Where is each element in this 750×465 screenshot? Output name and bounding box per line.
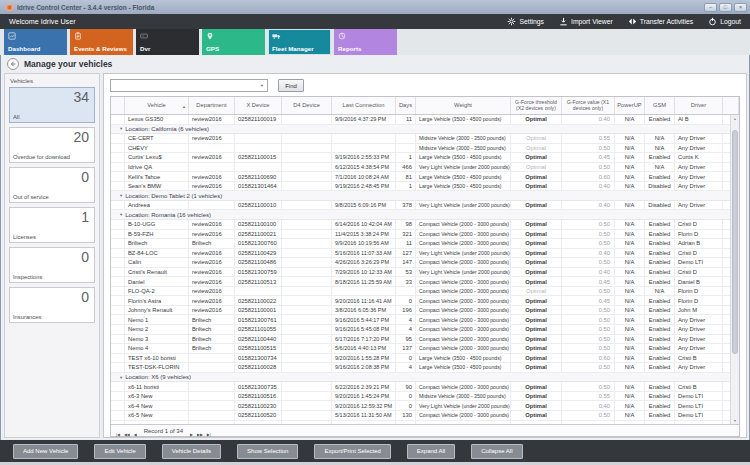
table-row[interactable]: Calinreview20160258211004864/26/2016 3:2… xyxy=(111,258,739,268)
column-header-indicator[interactable] xyxy=(111,97,125,114)
table-row[interactable]: Andreea0258211000109/8/2015 6:09:16 PM37… xyxy=(111,201,739,211)
minimize-button[interactable]: – xyxy=(704,3,717,12)
expand-all-button[interactable]: Expand All xyxy=(407,444,455,459)
transfer-activities-button[interactable]: Transfer Activities xyxy=(628,17,693,26)
scrollbar-thumb[interactable] xyxy=(732,130,738,354)
maximize-button[interactable]: □ xyxy=(719,3,732,12)
cell-powerup xyxy=(615,421,645,425)
filter-card-insurances[interactable]: 0Insurances xyxy=(9,287,95,323)
column-header-powerup[interactable]: PowerUP xyxy=(615,97,645,114)
group-row[interactable]: ▾Location: California (6 vehicles) xyxy=(111,125,739,135)
table-row[interactable]: Cristi's Renaultreview20160158213007597/… xyxy=(111,268,739,278)
column-header-days[interactable]: Days xyxy=(396,97,416,114)
cell-vehicle: Florin's Astra xyxy=(125,296,189,306)
table-row[interactable]: x6-5 New0258211005205/13/2016 11:31:50 A… xyxy=(111,411,739,421)
cell-weight: Compact Vehicle (2000 - 3000 pounds) xyxy=(416,258,511,268)
search-combobox[interactable]: ▾ xyxy=(110,79,268,92)
filter-card-all[interactable]: 34All xyxy=(9,87,95,123)
find-button[interactable]: Find xyxy=(278,79,304,92)
table-row[interactable]: Nemo 3Briltech0258211004406/17/2016 7:17… xyxy=(111,335,739,345)
table-row[interactable]: x6-3 New0258211005169/20/2016 1:45:24 PM… xyxy=(111,392,739,402)
table-row[interactable]: BriltechBriltech0158213007609/9/2016 10:… xyxy=(111,239,739,249)
cell-days: 466 xyxy=(396,163,416,173)
filter-card-licenses[interactable]: 1Licenses xyxy=(9,207,95,243)
column-header-last_connection[interactable]: Last Connection xyxy=(332,97,396,114)
next-record-button[interactable]: ▶ xyxy=(188,433,195,437)
show-selection-button[interactable]: Show Selection xyxy=(237,444,298,459)
tab-dvr[interactable]: Dvr xyxy=(136,29,199,55)
filter-card-inspections[interactable]: 0Inspections xyxy=(9,247,95,283)
column-header-d4_device[interactable]: D4 Device xyxy=(282,97,332,114)
column-header-vehicle[interactable]: Vehicle▲ xyxy=(125,97,189,114)
tab-fleet-manager[interactable]: Fleet Manager xyxy=(268,29,331,55)
close-button[interactable]: × xyxy=(734,3,747,12)
table-row[interactable]: x6-11 boristi0158213007356/22/2016 2:39:… xyxy=(111,382,739,392)
export-print-selected-button[interactable]: Export/Print Selected xyxy=(314,444,390,459)
table-row[interactable]: B-10-UGGreview20160258211001006/14/2016 … xyxy=(111,220,739,230)
tab-dashboard[interactable]: Dashboard xyxy=(4,29,67,55)
vertical-scrollbar[interactable]: ▲ ▼ xyxy=(730,115,739,424)
back-button[interactable] xyxy=(7,58,19,70)
column-header-filler[interactable] xyxy=(723,97,739,114)
column-header-weight[interactable]: Weight xyxy=(416,97,511,114)
cell-days: 137 xyxy=(396,344,416,354)
group-row[interactable]: ▾Location: X6 (9 vehicles) xyxy=(111,373,739,383)
cell-days: 95 xyxy=(396,335,416,345)
group-row[interactable]: ▾Location: Demo Tablet 2 (1 vehicles) xyxy=(111,191,739,201)
column-label: Days xyxy=(399,102,412,108)
table-row[interactable]: Johnny's Renaultreview20160258211000013/… xyxy=(111,306,739,316)
cell-vehicle: Nemo 4 xyxy=(125,344,189,354)
collapse-all-button[interactable]: Collapse All xyxy=(471,444,522,459)
table-row[interactable] xyxy=(111,421,739,425)
scroll-up-icon[interactable]: ▲ xyxy=(733,115,736,122)
table-row[interactable]: Florin's Astrareview20160258211000229/20… xyxy=(111,296,739,306)
table-row[interactable]: Nemo 1Briltech0158213007619/16/2016 5:44… xyxy=(111,315,739,325)
cell-weight: Compact Vehicle (2000 - 3000 pounds) xyxy=(416,315,511,325)
filter-card-overdue-for-download[interactable]: 20Overdue for download xyxy=(9,127,95,163)
table-row[interactable]: Kelli's Tahoereview20160258211006907/1/2… xyxy=(111,172,739,182)
vehicle-details-button[interactable]: Vehicle Details xyxy=(162,444,221,459)
table-row[interactable]: BZ-84-LOCreview20160258211004295/16/2016… xyxy=(111,249,739,259)
scrollbar-track[interactable] xyxy=(731,122,739,417)
table-row[interactable]: Sean's BMWreview20160158213014649/19/201… xyxy=(111,182,739,192)
table-row[interactable]: B-59-FZHreview201602582110002111/4/2015 … xyxy=(111,230,739,240)
table-row[interactable]: Danielreview20160258211005138/18/2016 11… xyxy=(111,277,739,287)
table-row[interactable]: Nemo 4Briltech0258211005155/6/2016 4:40:… xyxy=(111,344,739,354)
table-row[interactable]: CE-CERTreview2016Midsize Vehicle (3000 -… xyxy=(111,134,739,144)
table-row[interactable]: x6-4 New0258211002309/20/2016 12:59:32 P… xyxy=(111,401,739,411)
table-row[interactable]: Nemo 2Briltech0258211010559/16/2016 5:45… xyxy=(111,325,739,335)
next-page-record-button[interactable]: ▶▶ xyxy=(195,433,205,437)
import-viewer-button[interactable]: Import Viewer xyxy=(559,17,613,26)
prev-page-record-button[interactable]: ◀◀ xyxy=(122,433,132,437)
table-row[interactable]: FLO-QA-2review2016Compact Vehicle (2000 … xyxy=(111,287,739,297)
logout-button[interactable]: Logout xyxy=(708,17,741,26)
search-input[interactable] xyxy=(111,80,257,91)
column-header-driver[interactable]: Driver xyxy=(675,97,723,114)
table-row[interactable]: CHEVYMidsize Vehicle (3000 - 3500 pounds… xyxy=(111,144,739,154)
tab-reports[interactable]: Reports xyxy=(334,29,397,55)
column-header-g_value[interactable]: G-Force value (X1 devices only) xyxy=(562,97,615,114)
column-header-department[interactable]: Department xyxy=(189,97,235,114)
column-header-g_threshold[interactable]: G-Force threshold (X2 devices only) xyxy=(511,97,562,114)
filter-card-out-of-service[interactable]: 0Out of service xyxy=(9,167,95,203)
cell-g_threshold: Optimal xyxy=(511,335,562,345)
prev-record-button[interactable]: ◀ xyxy=(132,433,139,437)
group-row[interactable]: ▾Location: Romania (16 vehicles) xyxy=(111,210,739,220)
table-row[interactable]: Lexus GS350review20160258211000199/9/201… xyxy=(111,115,739,125)
last-record-button[interactable]: ▶| xyxy=(205,433,213,437)
table-row[interactable]: TEST x6-10 boristi0158213007349/20/2016 … xyxy=(111,354,739,364)
table-row[interactable]: Idrive QA6/12/2015 4:38:54 PM466Very Lig… xyxy=(111,163,739,173)
cell-last_connection: 9/8/2015 6:09:16 PM xyxy=(332,201,396,211)
first-record-button[interactable]: |◀ xyxy=(114,433,122,437)
tab-gps[interactable]: GPS xyxy=(202,29,265,55)
table-row[interactable]: TEST-DSK-FLORIN0258211000289/16/2016 2:0… xyxy=(111,363,739,373)
settings-button[interactable]: Settings xyxy=(507,17,544,26)
table-row[interactable]: Curtis' Lexu$review20160258211000159/19/… xyxy=(111,153,739,163)
edit-vehicle-button[interactable]: Edit Vehicle xyxy=(94,444,145,459)
combo-dropdown-icon[interactable]: ▾ xyxy=(257,80,267,91)
tab-events-reviews[interactable]: Events & Reviews xyxy=(70,29,133,55)
column-header-gsm[interactable]: GSM xyxy=(645,97,675,114)
column-header-x_device[interactable]: X Device xyxy=(235,97,282,114)
scroll-down-icon[interactable]: ▼ xyxy=(733,417,736,424)
add-new-vehicle-button[interactable]: Add New Vehicle xyxy=(13,444,78,459)
